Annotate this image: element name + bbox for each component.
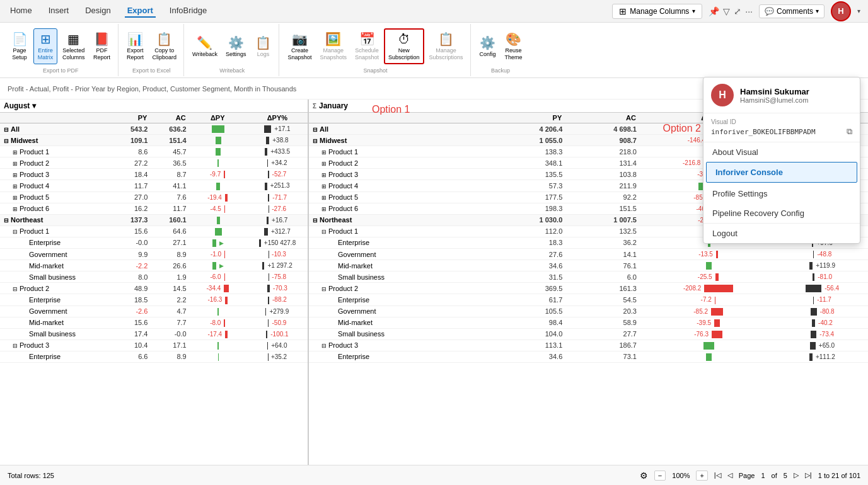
right-month: January xyxy=(319,101,348,110)
user-dropdown: H Hamsini Sukumar HamsiniS@lumel.com Vis… xyxy=(703,77,860,244)
table-row: ⊞Product 318.48.7 -9.7 -52.7 xyxy=(0,169,309,180)
copy-clipboard-label: Copy toClipboard xyxy=(153,47,177,61)
settings-status-icon[interactable]: ⚙ xyxy=(640,471,648,481)
user-chevron[interactable]: ▾ xyxy=(857,8,860,14)
table-row: ⊞Product 616.211.7 -4.5 -27.6 xyxy=(0,203,309,214)
reuse-theme-btn[interactable]: 🎨 ReuseTheme xyxy=(502,29,526,64)
pin-icon[interactable]: 📌 xyxy=(709,6,719,16)
table-row: ⊟Midwest109.1151.4 +38.8 xyxy=(0,135,309,146)
icons-area: 📌 ▽ ⤢ ··· xyxy=(709,6,753,16)
table-row: Small business31.56.0 -25.5 -81.0 xyxy=(309,271,868,283)
table-row: Government-2.64.7 +279.9 xyxy=(0,305,309,317)
table-row: Small business8.01.9 -6.0 -75.8 xyxy=(0,271,309,283)
entire-matrix-btn[interactable]: ⊞ EntireMatrix xyxy=(33,28,57,64)
table-row: Enterprise34.673.1 +111.2 xyxy=(309,351,868,362)
table-row: Enterprise-0.027.1 ▶ +150 427.8 xyxy=(0,237,309,248)
nav-export[interactable]: Export xyxy=(125,4,156,18)
nav-design[interactable]: Design xyxy=(83,4,113,18)
status-right-area: ⚙ − 100% + |◁ ◁ Page 1 of 5 ▷ ▷| 1 to 21… xyxy=(640,471,860,481)
manage-snapshots-label: ManageSnapshots xyxy=(320,47,347,61)
manage-columns-label: Manage Columns xyxy=(630,7,689,16)
page-first-btn[interactable]: |◁ xyxy=(714,471,721,479)
export-report-label: ExportReport xyxy=(127,47,144,61)
zoom-plus-btn[interactable]: + xyxy=(696,471,707,481)
dropdown-inforiver-console[interactable]: Inforiver Console xyxy=(706,162,857,183)
config-btn[interactable]: ⚙️ Config xyxy=(476,33,500,60)
manage-snapshots-icon: 🖼️ xyxy=(325,31,341,47)
ribbon-group-excel: 📊 ExportReport 📋 Copy toClipboard Export… xyxy=(120,24,185,76)
page-last-btn[interactable]: ▷| xyxy=(805,471,812,479)
zoom-minus-btn[interactable]: − xyxy=(654,471,666,481)
dropdown-about-visual[interactable]: About Visual xyxy=(703,142,860,162)
manage-columns-chevron: ▾ xyxy=(692,8,695,14)
pdf-report-btn[interactable]: 📕 PDFReport xyxy=(90,29,114,64)
visual-id-value: inforiver_BOKEOLIFBBMPADM xyxy=(711,128,816,136)
page-prev-btn[interactable]: ◁ xyxy=(727,471,732,479)
table-row: ⊟Product 3113.1186.7 +65.0 xyxy=(309,340,868,351)
columns-icon: ⊞ xyxy=(619,6,627,16)
copy-icon[interactable]: ⧉ xyxy=(847,127,852,137)
nav-infobridge[interactable]: InfoBridge xyxy=(167,4,209,18)
export-report-icon: 📊 xyxy=(127,31,143,47)
table-row: Enterprise6.68.9 +35.2 xyxy=(0,351,309,362)
table-row: Government27.614.1 -13.5 -48.8 xyxy=(309,249,868,260)
export-report-btn[interactable]: 📊 ExportReport xyxy=(124,29,148,64)
table-row: ⊟Northeast137.3160.1 +16.7 xyxy=(0,214,309,225)
new-subscription-icon: ⏱ xyxy=(398,32,410,47)
manage-snapshots-btn[interactable]: 🖼️ ManageSnapshots xyxy=(316,29,350,64)
col-header-row-left: PY AC ΔPY ΔPY% xyxy=(0,113,309,123)
table-row: Enterprise18.52.2 -16.3 -88.2 xyxy=(0,294,309,305)
settings-btn[interactable]: ⚙️ Settings xyxy=(223,33,250,60)
logs-btn[interactable]: 📋 Logs xyxy=(251,33,275,60)
new-subscription-label: NewSubscription xyxy=(388,47,420,61)
excel-group-label: Export to Excel xyxy=(124,67,180,75)
pdf-group-label: Export to PDF xyxy=(8,67,114,75)
user-avatar-btn[interactable]: H xyxy=(831,1,851,21)
reuse-theme-icon: 🎨 xyxy=(506,31,521,47)
writeback-btn[interactable]: ✏️ Writeback xyxy=(189,33,221,60)
schedule-snapshot-label: ScheduleSnapshot xyxy=(355,47,379,61)
ribbon-group-snapshot: 📷 CreateSnapshot 🖼️ ManageSnapshots 📅 Sc… xyxy=(281,24,470,76)
writeback-icon: ✏️ xyxy=(197,35,212,50)
writeback-group-label: Writeback xyxy=(189,67,275,75)
table-row: ⊞Product 527.07.6 -19.4 -71.7 xyxy=(0,191,309,203)
create-snapshot-btn[interactable]: 📷 CreateSnapshot xyxy=(284,29,315,64)
selected-columns-icon: ▦ xyxy=(67,31,79,47)
new-subscription-btn[interactable]: ⏱ NewSubscription xyxy=(384,28,424,65)
entire-matrix-label: EntireMatrix xyxy=(38,47,54,61)
comments-btn[interactable]: 💬 Comments ▾ xyxy=(759,4,825,18)
zoom-level: 100% xyxy=(672,472,690,479)
nav-insert[interactable]: Insert xyxy=(46,4,72,18)
comments-label: Comments xyxy=(777,7,813,16)
more-icon[interactable]: ··· xyxy=(745,6,753,16)
backup-group-label: Backup xyxy=(476,67,526,75)
dropdown-pipeline-recovery[interactable]: Pipeline Recovery Config xyxy=(703,203,860,223)
table-row: ⊟All543.2636.2 +17.1 xyxy=(0,123,309,135)
expand-icon[interactable]: ⤢ xyxy=(734,6,741,16)
reuse-theme-label: ReuseTheme xyxy=(505,47,523,61)
left-table-panel: August ▾ PY AC ΔPY ΔPY% ⊟All543.2636.2 +… xyxy=(0,100,309,465)
entire-matrix-icon: ⊞ xyxy=(40,31,51,47)
table-row: Government9.98.9 -1.0 -10.3 xyxy=(0,249,309,260)
copy-clipboard-btn[interactable]: 📋 Copy toClipboard xyxy=(149,29,180,64)
manage-columns-btn[interactable]: ⊞ Manage Columns ▾ xyxy=(612,4,702,19)
table-row: Mid-market-2.226.6 ▶ +1 297.2 xyxy=(0,260,309,271)
page-next-btn[interactable]: ▷ xyxy=(794,471,799,479)
schedule-snapshot-btn[interactable]: 📅 ScheduleSnapshot xyxy=(352,29,382,64)
manage-subscriptions-btn[interactable]: 📋 ManageSubscriptions xyxy=(426,29,466,64)
selected-columns-btn[interactable]: ▦ SelectedColumns xyxy=(59,29,88,64)
table-row: ⊞Product 411.741.1 +251.3 xyxy=(0,180,309,191)
page-label: Page xyxy=(739,472,755,479)
dropdown-profile-settings[interactable]: Profile Settings xyxy=(703,184,860,203)
page-current: 1 xyxy=(761,472,765,479)
dropdown-user-header: H Hamsini Sukumar HamsiniS@lumel.com xyxy=(703,77,860,113)
dropdown-user-name: Hamsini Sukumar xyxy=(740,87,809,96)
filter-icon[interactable]: ▽ xyxy=(723,6,730,16)
left-month[interactable]: August ▾ xyxy=(4,101,36,110)
page-setup-btn[interactable]: 📄 PageSetup xyxy=(8,29,32,64)
nav-home[interactable]: Home xyxy=(8,4,35,18)
dropdown-logout[interactable]: Logout xyxy=(703,223,860,243)
page-setup-icon: 📄 xyxy=(12,31,28,47)
total-rows: Total rows: 125 xyxy=(8,472,54,479)
settings-label: Settings xyxy=(226,51,246,58)
